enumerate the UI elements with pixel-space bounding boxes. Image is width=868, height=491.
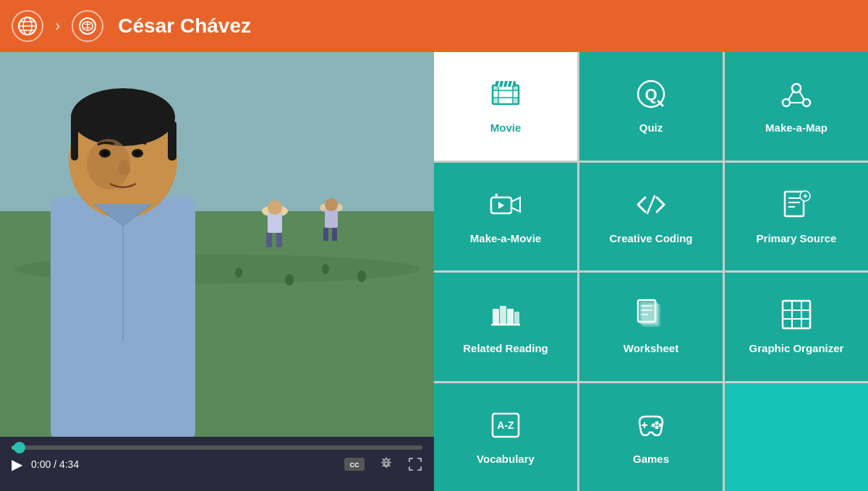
svg-point-24 [325,198,338,211]
movie-label: Movie [490,121,522,134]
activity-grid: Movie Q Quiz [434,52,868,491]
svg-rect-31 [71,117,78,161]
svg-point-19 [268,200,282,215]
svg-line-63 [799,91,804,100]
movie-cell[interactable]: Movie [434,52,577,161]
app-header: › César Chávez [0,0,868,52]
svg-point-97 [655,425,659,429]
svg-rect-21 [276,233,282,247]
total-time: 4:34 [59,458,79,470]
graphic-organizer-icon [780,299,812,335]
page-title: César Chávez [118,14,251,38]
brain-icon[interactable] [72,10,103,42]
svg-rect-77 [507,309,514,325]
worksheet-label: Worksheet [624,342,678,354]
empty-cell [725,383,868,492]
svg-rect-46 [513,98,519,104]
video-illustration [0,52,434,437]
related-reading-cell[interactable]: Related Reading [434,273,577,381]
worksheet-icon [635,299,667,335]
fullscreen-button[interactable] [408,457,422,471]
make-a-map-icon [780,78,812,114]
games-label: Games [633,453,669,465]
svg-rect-26 [332,228,337,241]
svg-rect-32 [168,121,176,161]
worksheet-cell[interactable]: Worksheet [579,273,723,381]
svg-point-30 [71,88,175,146]
quiz-icon: Q [635,78,667,114]
svg-rect-86 [783,301,810,328]
svg-rect-20 [266,233,272,247]
primary-source-cell[interactable]: ✦ Primary Source [725,163,868,271]
svg-rect-45 [493,98,498,104]
vocabulary-label: Vocabulary [477,453,535,465]
svg-point-11 [235,268,242,278]
creative-coding-icon [635,189,667,225]
current-time: 0:00 [31,458,51,470]
svg-text:A-Z: A-Z [497,419,514,431]
progress-bar[interactable] [12,445,422,450]
svg-line-68 [647,196,655,213]
make-a-movie-cell[interactable]: Make-a-Movie [434,163,577,271]
globe-icon[interactable] [12,10,43,42]
svg-rect-78 [514,312,519,325]
make-a-map-cell[interactable]: Make-a-Map [725,52,868,161]
video-section: ▶ 0:00 / 4:34 CC [0,52,434,491]
svg-point-12 [285,274,294,286]
svg-rect-7 [0,52,434,211]
svg-rect-76 [500,306,506,325]
make-a-movie-label: Make-a-Movie [470,232,541,244]
graphic-organizer-cell[interactable]: Graphic Organizer [725,273,868,381]
svg-point-98 [659,423,663,427]
vocabulary-cell[interactable]: A-Z Vocabulary [434,383,577,492]
settings-button[interactable] [379,457,393,471]
cc-button[interactable]: CC [344,458,365,471]
progress-dot [14,442,25,453]
svg-point-14 [357,270,366,282]
svg-marker-66 [511,197,520,212]
svg-line-62 [788,91,793,100]
play-button[interactable]: ▶ [12,456,22,473]
breadcrumb-arrow: › [55,17,60,35]
svg-point-37 [135,151,140,155]
svg-point-36 [102,151,108,155]
games-cell[interactable]: Games [579,383,723,492]
make-a-movie-icon [490,189,522,225]
svg-rect-75 [493,309,499,325]
related-reading-label: Related Reading [463,342,548,354]
movie-icon [490,78,522,114]
related-reading-icon [490,299,522,335]
quiz-label: Quiz [639,121,663,134]
svg-marker-67 [498,202,504,209]
time-display: 0:00 / 4:34 [31,458,79,470]
video-area[interactable] [0,52,434,437]
svg-point-60 [783,99,790,106]
svg-point-13 [322,264,329,274]
vocabulary-icon: A-Z [490,409,522,445]
main-content: ▶ 0:00 / 4:34 CC [0,52,868,491]
svg-text:✦: ✦ [802,192,809,200]
svg-point-61 [803,99,810,106]
graphic-organizer-label: Graphic Organizer [749,342,844,354]
svg-text:CC: CC [350,461,359,469]
games-icon [635,409,667,445]
primary-source-icon: ✦ [780,189,812,225]
make-a-map-label: Make-a-Map [765,121,827,134]
svg-rect-25 [323,228,328,241]
video-controls: ▶ 0:00 / 4:34 CC [0,437,434,491]
svg-point-95 [655,421,659,424]
svg-text:Q: Q [644,85,657,103]
creative-coding-label: Creative Coding [609,232,692,244]
primary-source-label: Primary Source [757,232,837,244]
svg-point-96 [652,423,655,427]
creative-coding-cell[interactable]: Creative Coding [579,163,723,271]
quiz-cell[interactable]: Q Quiz [579,52,723,161]
